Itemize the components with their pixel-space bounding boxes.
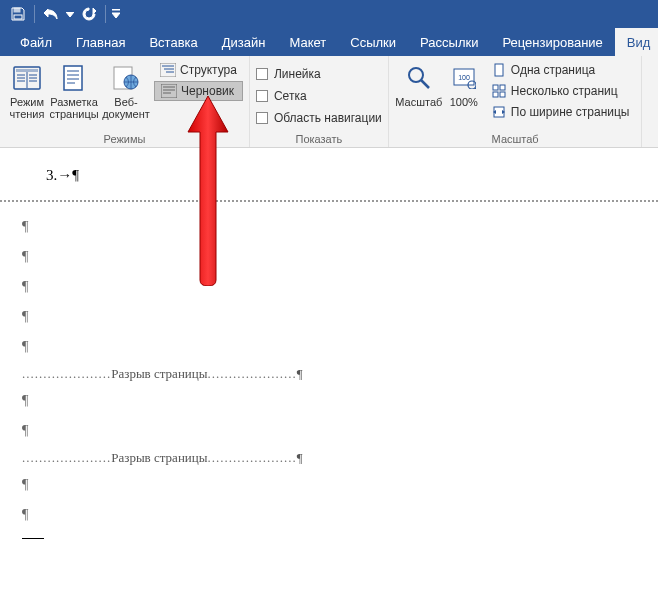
show-group-label: Показать <box>256 131 382 145</box>
tab-view[interactable]: Вид <box>615 28 658 56</box>
paragraph-mark: ¶ <box>0 212 658 242</box>
hundred-button[interactable]: 100 100% <box>445 60 483 131</box>
tab-insert[interactable]: Вставка <box>137 28 209 56</box>
draft-label: Черновик <box>181 84 234 98</box>
multi-page-label: Несколько страниц <box>511 84 618 98</box>
zoom-label: Масштаб <box>395 96 442 108</box>
qat-separator <box>34 5 35 23</box>
quick-access-toolbar <box>0 0 658 28</box>
gridlines-checkbox[interactable]: Сетка <box>256 87 382 105</box>
svg-point-27 <box>409 68 423 82</box>
multi-page-icon <box>491 84 507 98</box>
svg-rect-12 <box>64 66 82 90</box>
web-layout-label: Веб-документ <box>102 96 150 120</box>
views-group-label: Режимы <box>6 131 243 145</box>
svg-rect-0 <box>14 8 20 12</box>
paragraph-mark: ¶ <box>297 366 303 382</box>
one-page-icon <box>491 63 507 77</box>
checkbox-icon <box>256 90 268 102</box>
tab-layout[interactable]: Макет <box>277 28 338 56</box>
gridlines-label: Сетка <box>274 89 307 103</box>
ribbon-tabs: Файл Главная Вставка Дизайн Макет Ссылки… <box>0 28 658 56</box>
tab-home[interactable]: Главная <box>64 28 137 56</box>
paragraph-mark: ¶ <box>0 272 658 302</box>
read-mode-icon <box>11 62 43 94</box>
chevron-down-icon <box>66 12 74 17</box>
multi-page-button[interactable]: Несколько страниц <box>485 81 636 101</box>
one-page-button[interactable]: Одна страница <box>485 60 636 80</box>
tab-references[interactable]: Ссылки <box>338 28 408 56</box>
svg-line-28 <box>421 80 429 88</box>
ribbon-group-show: Линейка Сетка Область навигации Показать <box>250 56 389 147</box>
one-page-label: Одна страница <box>511 63 595 77</box>
outline-icon <box>160 63 176 77</box>
paragraph-mark: ¶ <box>0 470 658 500</box>
redo-button[interactable] <box>77 2 101 26</box>
page-break-label: Разрыв страницы <box>111 366 207 382</box>
ribbon-group-views: Режим чтения Разметка страницы Веб-докум… <box>0 56 250 147</box>
print-layout-icon <box>58 62 90 94</box>
svg-line-32 <box>475 88 476 89</box>
checkbox-icon <box>256 112 268 124</box>
paragraph-mark: ¶ <box>0 416 658 446</box>
tab-file[interactable]: Файл <box>8 28 64 56</box>
paragraph-mark: ¶ <box>0 332 658 362</box>
qat-customize[interactable] <box>110 2 122 26</box>
undo-dropdown[interactable] <box>65 2 75 26</box>
end-mark <box>22 538 44 539</box>
page-break-line: ..................... Разрыв страницы ..… <box>0 446 658 470</box>
chevron-down-icon <box>112 9 120 19</box>
document-area[interactable]: 3.→¶ ¶ ¶ ¶ ¶ ¶ ..................... Раз… <box>0 148 658 539</box>
outline-label: Структура <box>180 63 237 77</box>
svg-rect-23 <box>161 84 177 98</box>
draft-button[interactable]: Черновик <box>154 81 243 101</box>
undo-button[interactable] <box>39 2 63 26</box>
web-layout-button[interactable]: Веб-документ <box>100 60 152 131</box>
page-break-line: ..................... Разрыв страницы ..… <box>0 362 658 386</box>
navpane-label: Область навигации <box>274 111 382 125</box>
zoom-icon <box>403 62 435 94</box>
tab-review[interactable]: Рецензирование <box>490 28 614 56</box>
page-width-icon <box>491 105 507 119</box>
draft-icon <box>161 84 177 98</box>
paragraph-mark: ¶ <box>0 386 658 416</box>
ribbon: Режим чтения Разметка страницы Веб-докум… <box>0 56 658 148</box>
page-separator <box>0 200 658 202</box>
print-layout-button[interactable]: Разметка страницы <box>50 60 98 131</box>
page-width-label: По ширине страницы <box>511 105 630 119</box>
zoom-group-label: Масштаб <box>395 131 636 145</box>
hundred-icon: 100 <box>448 62 480 94</box>
checkbox-icon <box>256 68 268 80</box>
svg-rect-34 <box>493 85 498 90</box>
svg-rect-19 <box>160 63 176 77</box>
page-width-button[interactable]: По ширине страницы <box>485 102 636 122</box>
navpane-checkbox[interactable]: Область навигации <box>256 109 382 127</box>
tab-design[interactable]: Дизайн <box>210 28 278 56</box>
paragraph-mark: ¶ <box>0 242 658 272</box>
svg-rect-4 <box>16 69 38 72</box>
svg-rect-37 <box>500 92 505 97</box>
tab-mailings[interactable]: Рассылки <box>408 28 490 56</box>
ribbon-group-zoom: Масштаб 100 100% Одна страница <box>389 56 643 147</box>
svg-rect-2 <box>112 9 120 10</box>
svg-text:100: 100 <box>458 74 470 81</box>
svg-rect-35 <box>500 85 505 90</box>
save-button[interactable] <box>6 2 30 26</box>
ruler-checkbox[interactable]: Линейка <box>256 65 382 83</box>
document-line: 3.→¶ <box>0 166 658 186</box>
page-break-label: Разрыв страницы <box>111 450 207 466</box>
zoom-button[interactable]: Масштаб <box>395 60 443 131</box>
print-layout-label: Разметка страницы <box>49 96 98 120</box>
hundred-label: 100% <box>450 96 478 108</box>
svg-rect-1 <box>14 15 22 19</box>
paragraph-mark: ¶ <box>0 302 658 332</box>
qat-separator <box>105 5 106 23</box>
web-layout-icon <box>110 62 142 94</box>
paragraph-mark: ¶ <box>0 500 658 530</box>
svg-rect-33 <box>495 64 503 76</box>
svg-rect-36 <box>493 92 498 97</box>
outline-button[interactable]: Структура <box>154 60 243 80</box>
read-mode-label: Режим чтения <box>8 96 46 120</box>
ruler-label: Линейка <box>274 67 321 81</box>
read-mode-button[interactable]: Режим чтения <box>6 60 48 131</box>
